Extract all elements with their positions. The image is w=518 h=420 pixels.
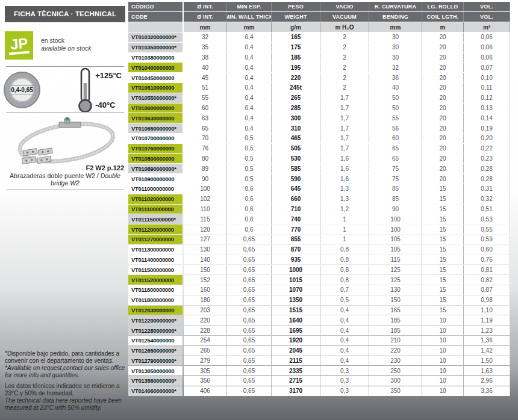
temperature-labels: +125°C -40°C — [95, 71, 122, 110]
header-diam-int-en: Ø INT. — [184, 12, 227, 22]
product-code-cell: VT010350000000* — [128, 43, 183, 52]
bending-cell: 230 — [369, 356, 422, 366]
wall-thickness-cell: 0,4 — [227, 93, 272, 103]
weight-cell: 870 — [272, 245, 320, 255]
product-code-cell: VT011100000000 — [128, 205, 183, 214]
wall-thickness-cell: 0,6 — [227, 184, 272, 194]
product-code-cell: VT010630000000 — [128, 113, 183, 123]
diameter-cell: 51 — [184, 83, 227, 93]
table-row: VT012030000000 203 0,65 1515 0,4 165 15 … — [128, 306, 516, 315]
volume-cell: 0,28 — [464, 164, 510, 173]
weight-cell: 740 — [272, 214, 320, 224]
bending-cell: 36 — [369, 73, 422, 82]
volume-cell: 0,07 — [464, 63, 510, 72]
vacuum-cell: 0,3 — [320, 386, 369, 396]
weight-cell: 505 — [272, 144, 320, 153]
product-code-cell: VT011800000000 — [128, 295, 183, 305]
header-vol: VOL. — [464, 2, 510, 11]
diameter-cell: 100 — [184, 184, 227, 194]
coil-length-cell: 20 — [422, 32, 464, 42]
header-rollo: LG. ROLLO — [422, 2, 464, 11]
coil-length-cell: 20 — [422, 113, 464, 123]
volume-cell: 0,19 — [464, 123, 510, 133]
weight-cell: 660 — [272, 194, 320, 204]
diameter-cell: 406 — [184, 386, 227, 396]
clamp-product-image — [6, 116, 124, 165]
weight-cell: 245t — [272, 83, 320, 93]
diameter-cell: 203 — [184, 306, 227, 315]
table-row: VT011020000000 102 0,6 660 1,3 85 15 0,3… — [128, 194, 516, 204]
vacuum-cell: 2 — [320, 73, 369, 82]
volume-cell: 3,36 — [464, 386, 510, 396]
table-row: VT010550000000* 55 0,4 265 1,7 50 20 0,1… — [128, 93, 516, 103]
weight-cell: 300 — [272, 113, 320, 123]
table-row: VT010800000000 80 0,5 530 1,6 65 20 0,23 — [128, 154, 516, 164]
diameter-cell: 115 — [184, 214, 227, 224]
coil-length-cell: 10 — [422, 386, 464, 396]
weight-cell: 585 — [272, 164, 320, 173]
volume-cell: 0,53 — [464, 214, 510, 224]
wall-thickness-cell: 0,65 — [227, 265, 272, 274]
product-code-cell: VT012650000000* — [128, 346, 183, 356]
diameter-cell: 40 — [184, 63, 227, 72]
temperature-range: +125°C -40°C — [76, 67, 122, 113]
wall-thickness-cell: 0,65 — [227, 366, 272, 375]
header-diam-int: Ø INT. — [184, 2, 227, 11]
header-weight: WEIGHT — [272, 12, 320, 22]
coil-length-cell: 20 — [422, 53, 464, 63]
vacuum-cell: 0,4 — [320, 326, 369, 335]
header-coil-lgth: COIL LGTH. — [422, 12, 464, 22]
bending-cell: 115 — [369, 255, 422, 265]
table-row: VT011270000000 127 0,65 855 1 105 15 0,5… — [128, 235, 516, 244]
bending-cell: 150 — [369, 295, 422, 305]
table-row: VT011500000000 150 0,65 1000 0,8 125 15 … — [128, 265, 516, 274]
stock-label-en: available on stock — [41, 45, 91, 52]
product-code-cell: VT011200000000 — [128, 224, 183, 234]
volume-cell: 0,87 — [464, 285, 510, 295]
wall-thickness-cell: 0,65 — [227, 275, 272, 285]
wall-thickness-cell: 0,65 — [227, 346, 272, 356]
weight-cell: 310 — [272, 123, 320, 133]
header-peso: PESO — [272, 2, 320, 11]
table-row: VT010400000000 40 0,4 195 2 32 20 0,07 — [128, 63, 516, 72]
volume-cell: 0,22 — [464, 144, 510, 153]
vacuum-cell: 1,2 — [320, 205, 369, 214]
table-row: VT010900000000 90 0,5 590 1,6 75 20 0,28 — [128, 174, 516, 184]
bending-cell: 300 — [369, 376, 422, 386]
unit-m3: m³ — [464, 22, 510, 32]
table-header-row-en: CODE Ø INT. MIN. WALL THICK WEIGHT VACUU… — [128, 12, 516, 22]
header-curvatura: R. CURVATURA — [369, 2, 422, 11]
volume-cell: 0,10 — [464, 73, 510, 82]
vacuum-cell: 2 — [320, 63, 369, 72]
coil-length-cell: 20 — [422, 144, 464, 153]
product-code-cell: VT010890000000* — [128, 164, 183, 173]
weight-cell: 2715 — [272, 376, 320, 386]
product-code-cell: VT010800000000 — [128, 154, 183, 164]
bending-cell: 32 — [369, 63, 422, 72]
bending-cell: 185 — [369, 326, 422, 335]
table-row: VT013050000000 305 0,65 2335 0,3 250 10 … — [128, 366, 516, 375]
bending-cell: 56 — [369, 123, 422, 133]
weight-cell: 1350 — [272, 295, 320, 305]
table-row: VT010650000000* 65 0,4 310 1,7 56 20 0,1… — [128, 123, 516, 133]
weight-cell: 3170 — [272, 386, 320, 396]
diameter-cell: 130 — [184, 245, 227, 255]
vacuum-cell: 0,8 — [320, 255, 369, 265]
vacuum-cell: 2 — [320, 43, 369, 52]
diameter-cell: 63 — [184, 113, 227, 123]
coil-length-cell: 20 — [422, 83, 464, 93]
bending-cell: 65 — [369, 154, 422, 164]
volume-cell: 0,06 — [464, 32, 510, 42]
wall-thickness-cell: 0,4 — [227, 43, 272, 52]
weight-cell: 590 — [272, 174, 320, 184]
product-code-cell: VT011520000000 — [128, 275, 183, 285]
product-code-cell: VT012280000000* — [128, 326, 183, 335]
weight-cell: 165 — [272, 32, 320, 42]
volume-cell: 0,11 — [464, 83, 510, 93]
product-code-cell: VT014060000000* — [128, 386, 183, 396]
product-code-cell: VT011500000000 — [128, 265, 183, 274]
volume-cell: 0,82 — [464, 275, 510, 285]
bending-cell: 125 — [369, 275, 422, 285]
coil-length-cell: 20 — [422, 164, 464, 173]
coil-length-cell: 15 — [422, 306, 464, 315]
